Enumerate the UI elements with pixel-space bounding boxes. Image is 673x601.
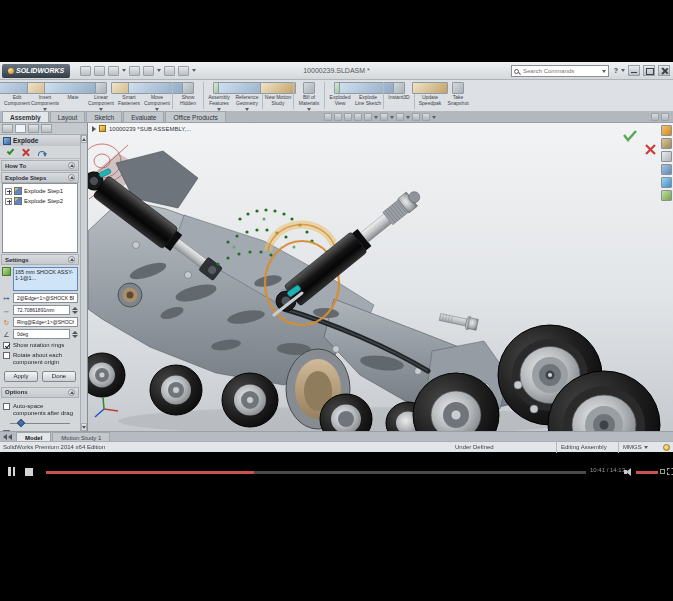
how-to-group-header[interactable]: How To: [1, 160, 79, 171]
close-button[interactable]: [658, 65, 670, 76]
angle-spinner[interactable]: [72, 331, 78, 338]
distance-field[interactable]: [15, 306, 68, 314]
ribbon-new-motion-study[interactable]: New Motion Study: [264, 80, 292, 111]
ribbon-mate[interactable]: Mate: [59, 80, 87, 111]
open-document-icon[interactable]: [94, 66, 105, 76]
feature-manager-tab-icon[interactable]: [2, 124, 13, 133]
pause-button[interactable]: [8, 467, 15, 476]
section-view-icon[interactable]: [354, 113, 362, 121]
tab-scroll-arrows[interactable]: [3, 434, 12, 440]
previous-view-icon[interactable]: [344, 113, 352, 121]
appearances-icon[interactable]: [661, 177, 672, 188]
save-caret-icon[interactable]: [122, 69, 126, 72]
auto-space-checkbox[interactable]: Auto-space components after drag: [2, 403, 78, 417]
tab-assembly[interactable]: Assembly: [2, 111, 49, 122]
dropdown-caret-icon[interactable]: [374, 116, 378, 119]
solidworks-resources-icon[interactable]: [661, 125, 672, 136]
ribbon-take-snapshot[interactable]: Take Snapshot: [444, 80, 472, 111]
settings-group-header[interactable]: Settings: [1, 254, 79, 265]
status-tip-icon[interactable]: [663, 444, 670, 451]
collapse-chevron-icon[interactable]: [68, 174, 75, 181]
show-rotation-rings-checkbox[interactable]: Show rotation rings: [2, 342, 78, 349]
collapse-chevron-icon[interactable]: [68, 162, 75, 169]
explode-step-row[interactable]: Explode Step2: [5, 196, 75, 206]
hide-show-items-icon[interactable]: [396, 113, 404, 121]
collapse-chevron-icon[interactable]: [68, 256, 75, 263]
ribbon-explode-line-sketch[interactable]: Explode Line Sketch: [354, 80, 382, 111]
custom-properties-icon[interactable]: [661, 190, 672, 201]
components-selection-box[interactable]: 165 mm SHOCK ASSY-1-1@1...: [13, 267, 78, 291]
units-caret-icon[interactable]: [644, 446, 648, 449]
search-commands-box[interactable]: [511, 65, 609, 77]
design-library-icon[interactable]: [661, 138, 672, 149]
dimxpert-tab-icon[interactable]: [41, 124, 52, 133]
undo-icon[interactable]: [143, 66, 154, 76]
rotate-about-origin-checkbox[interactable]: Rotate about each component origin: [2, 352, 78, 366]
collapse-chevron-icon[interactable]: [68, 389, 75, 396]
tab-model[interactable]: Model: [16, 432, 51, 442]
edit-appearance-icon[interactable]: [412, 113, 420, 121]
tab-motion-study[interactable]: Motion Study 1: [52, 432, 110, 442]
fullscreen-icon[interactable]: [667, 468, 673, 475]
dropdown-caret-icon[interactable]: [406, 116, 410, 119]
minimize-button[interactable]: [628, 65, 640, 76]
save-icon[interactable]: [108, 66, 119, 76]
scroll-down-icon[interactable]: [81, 423, 87, 431]
checkbox-unchecked-icon[interactable]: [3, 352, 10, 359]
undo-caret-icon[interactable]: [157, 69, 161, 72]
ribbon-show-hidden-components[interactable]: Show Hidden Components: [174, 80, 202, 111]
view-orientation-icon[interactable]: [364, 113, 372, 121]
settings-mini-icon[interactable]: [660, 469, 665, 474]
tab-layout[interactable]: Layout: [50, 111, 86, 122]
zoom-area-icon[interactable]: [334, 113, 342, 121]
explode-step-row[interactable]: Explode Step1: [5, 186, 75, 196]
slider-thumb[interactable]: [17, 419, 25, 427]
rebuild-icon[interactable]: [164, 66, 175, 76]
panel-scrollbar[interactable]: [80, 135, 87, 431]
options-caret-icon[interactable]: [192, 69, 196, 72]
explode-steps-tree[interactable]: Explode Step1 Explode Step2: [2, 183, 78, 253]
expand-ribbon-icon[interactable]: [651, 113, 659, 121]
print-icon[interactable]: [129, 66, 140, 76]
checkbox-unchecked-icon[interactable]: [3, 403, 10, 410]
flyout-feature-tree[interactable]: 10000239 *SUB ASSEMBLY,...: [92, 125, 191, 132]
tab-evaluate[interactable]: Evaluate: [123, 111, 164, 122]
view-settings-icon[interactable]: [422, 113, 430, 121]
feature-tree-root-label[interactable]: 10000239 *SUB ASSEMBLY,...: [109, 126, 191, 132]
units-selector[interactable]: MMGS: [618, 442, 654, 453]
help-caret-icon[interactable]: [621, 69, 625, 72]
options-icon[interactable]: [178, 66, 189, 76]
expand-plus-icon[interactable]: [5, 188, 12, 195]
help-menu[interactable]: ?: [614, 67, 618, 74]
scroll-up-icon[interactable]: [81, 135, 87, 143]
graphics-viewport[interactable]: [88, 123, 673, 431]
ribbon-reference-geometry[interactable]: Reference Geometry: [233, 80, 261, 111]
display-style-icon[interactable]: [380, 113, 388, 121]
apply-button[interactable]: Apply: [4, 371, 38, 382]
dropdown-caret-icon[interactable]: [390, 116, 394, 119]
auto-space-slider[interactable]: [10, 419, 70, 427]
configuration-manager-tab-icon[interactable]: [28, 124, 39, 133]
search-input[interactable]: [521, 67, 600, 75]
view-palette-icon[interactable]: [661, 164, 672, 175]
property-manager-tab-icon[interactable]: [15, 124, 26, 133]
file-explorer-icon[interactable]: [661, 151, 672, 162]
tab-office-products[interactable]: Office Products: [165, 111, 225, 122]
dropdown-caret-icon[interactable]: [432, 116, 436, 119]
zoom-fit-icon[interactable]: [324, 113, 332, 121]
volume-speaker-icon[interactable]: [624, 468, 633, 476]
tab-sketch[interactable]: Sketch: [86, 111, 122, 122]
stop-button[interactable]: [25, 468, 33, 476]
explode-steps-group-header[interactable]: Explode Steps: [1, 172, 79, 183]
distance-spinner[interactable]: [72, 307, 78, 314]
ribbon-instant3d[interactable]: Instant3D: [385, 80, 413, 111]
checkbox-checked-icon[interactable]: [3, 342, 10, 349]
expand-plus-icon[interactable]: [5, 198, 12, 205]
cancel-x-icon[interactable]: [22, 148, 30, 156]
pin-ribbon-icon[interactable]: [661, 113, 669, 121]
search-caret-icon[interactable]: [602, 70, 606, 73]
ribbon-update-speedpak[interactable]: Update Speedpak: [416, 80, 444, 111]
ok-check-icon[interactable]: [7, 147, 15, 155]
expand-tree-icon[interactable]: [92, 126, 96, 132]
seek-bar[interactable]: [46, 471, 586, 474]
